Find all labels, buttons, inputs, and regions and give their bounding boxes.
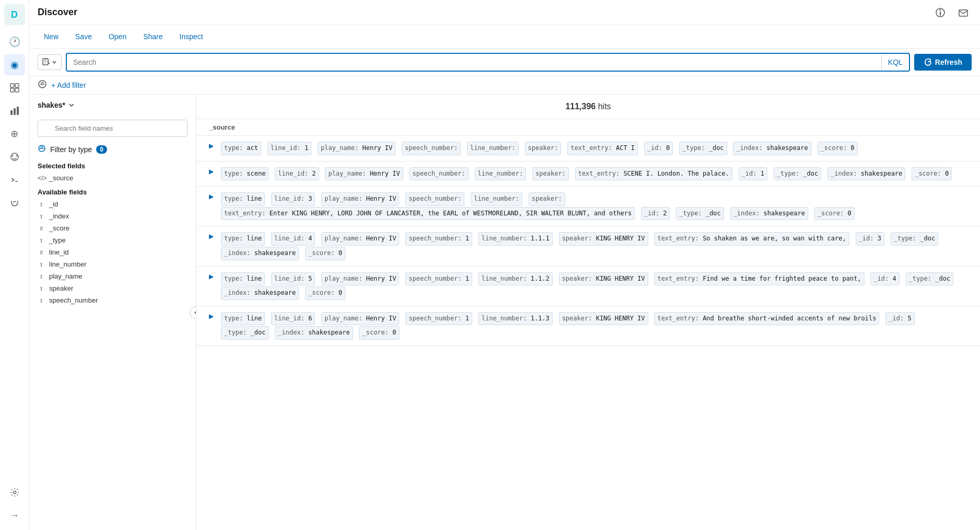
field-tag: line_id: 1 bbox=[267, 142, 311, 155]
field-tag: line_number: 1.1.3 bbox=[479, 312, 553, 326]
field-item-_index[interactable]: t _index bbox=[29, 210, 196, 222]
field-tag: type: scene bbox=[221, 167, 269, 181]
svg-rect-14 bbox=[959, 10, 967, 16]
field-tag: _index: shakespeare bbox=[730, 207, 808, 221]
nav-expand-icon[interactable]: → bbox=[4, 505, 25, 526]
t-icon: t bbox=[38, 237, 45, 244]
field-item-speech_number[interactable]: t speech_number bbox=[29, 294, 196, 306]
svg-point-9 bbox=[16, 155, 17, 157]
field-item-speaker[interactable]: t speaker bbox=[29, 282, 196, 294]
top-bar: Discover bbox=[29, 0, 980, 25]
field-name-_id: _id bbox=[49, 200, 58, 208]
nav-devtools-icon[interactable] bbox=[4, 169, 25, 190]
expand-icon[interactable]: ▶ bbox=[209, 232, 214, 240]
field-tag: _index: shakespeare bbox=[827, 167, 905, 181]
add-filter-button[interactable]: + Add filter bbox=[51, 81, 86, 89]
svg-rect-1 bbox=[15, 84, 19, 87]
svg-rect-6 bbox=[17, 107, 19, 115]
content-area: shakes* bbox=[29, 95, 980, 530]
field-item-line_number[interactable]: t line_number bbox=[29, 258, 196, 270]
field-tag: type: act bbox=[221, 142, 261, 155]
nav-maps-icon[interactable]: ⊕ bbox=[4, 123, 25, 144]
t-icon: t bbox=[38, 297, 45, 304]
field-tag: line_number: 1.1.2 bbox=[479, 272, 553, 286]
sidebar: shakes* bbox=[29, 95, 196, 530]
field-name-_type: _type bbox=[49, 236, 66, 244]
result-content: type: scene line_id: 2 play_name: Henry … bbox=[220, 167, 967, 181]
field-tag: _score: 0 bbox=[912, 167, 952, 181]
code-icon: </> bbox=[38, 175, 45, 182]
nav-clock-icon[interactable]: 🕐 bbox=[4, 31, 25, 52]
field-tag: _index: shakespeare bbox=[221, 286, 299, 300]
field-tag: _id: 1 bbox=[739, 167, 767, 181]
field-tag: _type: _doc bbox=[906, 272, 954, 286]
field-tag: play_name: Henry IV bbox=[321, 192, 399, 206]
search-input-wrap: KQL bbox=[66, 53, 910, 72]
field-tag: _id: 4 bbox=[870, 272, 899, 286]
field-tag: play_name: Henry IV bbox=[321, 272, 399, 286]
search-input[interactable] bbox=[67, 54, 881, 71]
app-title: Discover bbox=[38, 7, 77, 18]
field-tag: line_id: 5 bbox=[271, 272, 315, 286]
field-tag: _score: 0 bbox=[359, 326, 399, 340]
open-button[interactable]: Open bbox=[102, 29, 133, 44]
filter-type-badge: 0 bbox=[96, 145, 107, 154]
field-item-_type[interactable]: t _type bbox=[29, 234, 196, 246]
nav-dashboard-icon[interactable] bbox=[4, 77, 25, 98]
field-name-speaker: speaker bbox=[49, 284, 73, 292]
field-item-_id[interactable]: t _id bbox=[29, 198, 196, 210]
sidebar-fields-scroll: Selected fields </> _source Available fi… bbox=[29, 158, 196, 530]
share-button[interactable]: Share bbox=[137, 29, 169, 44]
refresh-button[interactable]: Refresh bbox=[914, 54, 972, 71]
field-tag: play_name: Henry IV bbox=[321, 312, 399, 326]
field-tag: _type: _doc bbox=[891, 232, 939, 246]
svg-point-12 bbox=[940, 9, 941, 10]
field-name-line_id: line_id bbox=[49, 248, 69, 256]
mail-icon[interactable] bbox=[955, 4, 972, 21]
refresh-icon bbox=[924, 58, 932, 66]
help-icon[interactable] bbox=[932, 4, 949, 21]
nav-ml-icon[interactable] bbox=[4, 146, 25, 167]
field-name-_index: _index bbox=[49, 212, 69, 220]
selected-field-source[interactable]: </> _source bbox=[29, 172, 196, 184]
expand-icon[interactable]: ▶ bbox=[209, 312, 214, 320]
t-icon: t bbox=[38, 213, 45, 220]
field-tag: line_id: 4 bbox=[271, 232, 315, 246]
expand-icon[interactable]: ▶ bbox=[209, 192, 214, 200]
t-icon: t bbox=[38, 285, 45, 292]
field-tag: type: line bbox=[221, 312, 265, 326]
nav-monitor-icon[interactable] bbox=[4, 192, 25, 213]
field-search-input[interactable] bbox=[38, 120, 188, 137]
field-tag: _index: shakespeare bbox=[221, 247, 299, 260]
t-icon: t bbox=[38, 201, 45, 208]
kql-button[interactable]: KQL bbox=[881, 55, 909, 70]
column-header: _source bbox=[196, 119, 980, 136]
field-item-line_id[interactable]: # line_id bbox=[29, 246, 196, 258]
field-item-play_name[interactable]: t play_name bbox=[29, 270, 196, 282]
nav-settings-icon[interactable] bbox=[4, 482, 25, 503]
field-tag: speech_number: bbox=[410, 167, 469, 181]
inspect-button[interactable]: Inspect bbox=[173, 29, 209, 44]
nav-discover-icon[interactable]: ◉ bbox=[4, 54, 25, 75]
field-tag: type: line bbox=[221, 272, 265, 286]
expand-icon[interactable]: ▶ bbox=[209, 141, 214, 149]
main-area: Discover New Save Open Share Inspect bbox=[29, 0, 980, 530]
new-button[interactable]: New bbox=[38, 29, 65, 44]
chevron-down-icon bbox=[52, 60, 57, 65]
field-name-_score: _score bbox=[49, 224, 69, 232]
field-tag: text_entry: SCENE I. London. The palace. bbox=[575, 167, 732, 181]
filter-type-row[interactable]: Filter by type 0 bbox=[29, 141, 196, 158]
expand-icon[interactable]: ▶ bbox=[209, 272, 214, 280]
nav-visualize-icon[interactable] bbox=[4, 100, 25, 121]
table-row: ▶ type: line line_id: 3 play_name: Henry… bbox=[196, 187, 980, 226]
field-tag: speaker: KING HENRY IV bbox=[559, 232, 648, 246]
expand-icon[interactable]: ▶ bbox=[209, 167, 214, 175]
top-bar-icons bbox=[932, 4, 972, 21]
selected-fields-header: Selected fields bbox=[29, 158, 196, 172]
svg-point-8 bbox=[11, 155, 13, 157]
save-button[interactable]: Save bbox=[69, 29, 98, 44]
index-selector[interactable]: shakes* bbox=[29, 95, 196, 116]
field-tag: line_number: bbox=[467, 142, 519, 155]
save-search-icon-btn[interactable] bbox=[38, 54, 62, 70]
field-item-_score[interactable]: # _score bbox=[29, 222, 196, 234]
